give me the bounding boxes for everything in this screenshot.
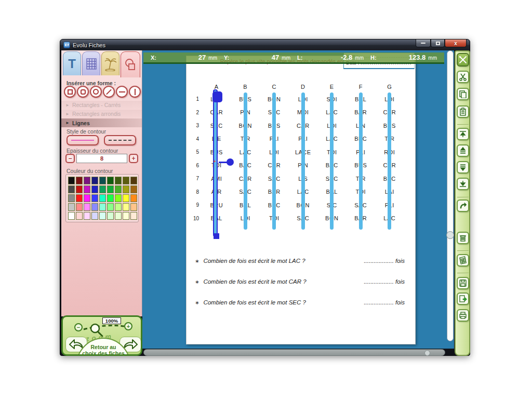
diagonal-line-icon: [106, 89, 112, 95]
color-swatch[interactable]: [130, 203, 137, 211]
color-swatch[interactable]: [99, 194, 106, 202]
save-button[interactable]: [457, 277, 469, 289]
print-button[interactable]: [457, 309, 469, 322]
color-swatch[interactable]: [115, 212, 122, 220]
color-swatch[interactable]: [99, 212, 106, 220]
dashed-line-icon: [109, 140, 131, 141]
color-swatch[interactable]: [68, 177, 75, 184]
color-swatch[interactable]: [115, 185, 122, 193]
insert-diagonal-line-button[interactable]: [103, 86, 115, 98]
section-rectangles-arrondis[interactable]: ► Rectangles arrondis: [61, 110, 142, 118]
vertical-scrollbar[interactable]: [446, 50, 454, 349]
color-swatch[interactable]: [99, 185, 106, 193]
color-swatch[interactable]: [123, 203, 129, 211]
rotate-button[interactable]: [457, 200, 469, 212]
color-swatch[interactable]: [107, 212, 114, 220]
color-swatch[interactable]: [130, 185, 137, 193]
horizontal-scroll-knob[interactable]: [424, 350, 430, 356]
color-swatch[interactable]: [84, 212, 90, 220]
width-increase-button[interactable]: +: [129, 154, 138, 163]
color-swatch[interactable]: [84, 194, 90, 202]
color-swatch[interactable]: [68, 212, 75, 220]
send-to-back-button[interactable]: [457, 178, 469, 190]
grid-word: CAR: [260, 162, 289, 168]
dashed-line-style-button[interactable]: [104, 135, 136, 145]
color-swatch[interactable]: [84, 185, 90, 193]
color-swatch[interactable]: [107, 177, 114, 184]
tools-button[interactable]: [457, 53, 469, 66]
color-swatch[interactable]: [130, 177, 137, 184]
color-swatch[interactable]: [68, 194, 75, 202]
color-swatch[interactable]: [99, 177, 106, 184]
color-swatch[interactable]: [84, 177, 90, 184]
worksheet-page[interactable]: Repère le plus vite possible les mots de…: [186, 56, 416, 344]
color-swatch[interactable]: [123, 194, 129, 202]
delete-button[interactable]: [457, 232, 469, 244]
solid-line-style-button[interactable]: [66, 135, 99, 145]
calculator-button[interactable]: [457, 254, 469, 267]
line-bottom-handle[interactable]: [214, 233, 219, 239]
color-swatch[interactable]: [91, 185, 98, 193]
color-swatch[interactable]: [115, 177, 122, 184]
color-swatch[interactable]: [76, 194, 83, 202]
color-swatch[interactable]: [123, 212, 129, 220]
insert-square-button[interactable]: [64, 86, 76, 98]
color-swatch[interactable]: [91, 194, 98, 202]
tab-shapes-tool[interactable]: [121, 51, 140, 77]
color-swatch[interactable]: [99, 203, 106, 211]
vertical-scroll-knob[interactable]: [446, 231, 454, 239]
section-rectangles-carres[interactable]: ► Rectangles - Carrés: [61, 101, 142, 109]
maximize-button[interactable]: [431, 39, 445, 47]
tab-image-tool[interactable]: [101, 51, 119, 75]
column-header: A: [202, 84, 231, 90]
insert-vertical-line-button[interactable]: [129, 86, 141, 98]
color-swatch[interactable]: [76, 203, 83, 211]
color-swatch[interactable]: [91, 177, 98, 184]
color-swatch[interactable]: [130, 194, 137, 202]
color-swatch[interactable]: [68, 185, 75, 193]
minimize-icon: [421, 43, 425, 44]
close-button[interactable]: x: [445, 39, 467, 47]
vertical-scroll-track[interactable]: [447, 50, 454, 341]
color-swatch[interactable]: [130, 212, 137, 220]
tab-text-tool[interactable]: T: [63, 51, 81, 75]
color-swatch[interactable]: [91, 203, 98, 211]
color-swatch[interactable]: [76, 212, 83, 220]
move-up-button[interactable]: [457, 144, 469, 157]
cut-button[interactable]: [457, 71, 469, 83]
color-swatch[interactable]: [91, 212, 98, 220]
titlebar[interactable]: Ef Evolu Fiches x: [60, 39, 470, 50]
color-swatch[interactable]: [107, 203, 114, 211]
export-button[interactable]: [457, 292, 469, 305]
insert-rounded-square-button[interactable]: [77, 86, 89, 98]
color-swatch[interactable]: [107, 185, 114, 193]
color-swatch[interactable]: [84, 203, 90, 211]
minimize-button[interactable]: [416, 39, 431, 47]
color-swatch[interactable]: [68, 203, 75, 211]
color-swatch[interactable]: [76, 185, 83, 193]
horizontal-scrollbar[interactable]: [143, 349, 445, 356]
bring-to-front-button[interactable]: [457, 128, 469, 140]
copy-button[interactable]: [457, 88, 469, 100]
tab-table-tool[interactable]: [82, 51, 100, 75]
color-swatch[interactable]: [115, 194, 122, 202]
calculator-icon: [459, 256, 467, 264]
color-swatch[interactable]: [123, 185, 129, 193]
document-canvas[interactable]: Repère le plus vite possible les mots de…: [142, 50, 446, 349]
paste-button[interactable]: [457, 105, 469, 118]
questions-block: ∗Combien de fois est écrit le mot LAC ?.…: [195, 258, 405, 320]
color-swatch[interactable]: [123, 177, 129, 184]
color-swatch[interactable]: [107, 194, 114, 202]
width-decrease-button[interactable]: −: [65, 154, 75, 163]
grid-word: SEC: [260, 109, 289, 115]
section-lignes[interactable]: ► Lignes: [61, 118, 142, 127]
contour-width-input[interactable]: 8: [76, 154, 127, 163]
move-down-button[interactable]: [457, 161, 469, 174]
insert-horizontal-line-button[interactable]: [116, 86, 128, 98]
line-top-handle[interactable]: [212, 91, 222, 102]
color-swatch[interactable]: [115, 203, 122, 211]
color-swatch[interactable]: [76, 177, 83, 184]
row-number: 8: [187, 189, 202, 195]
insert-circle-button[interactable]: [90, 86, 102, 98]
line-mid-handle[interactable]: [227, 158, 234, 166]
